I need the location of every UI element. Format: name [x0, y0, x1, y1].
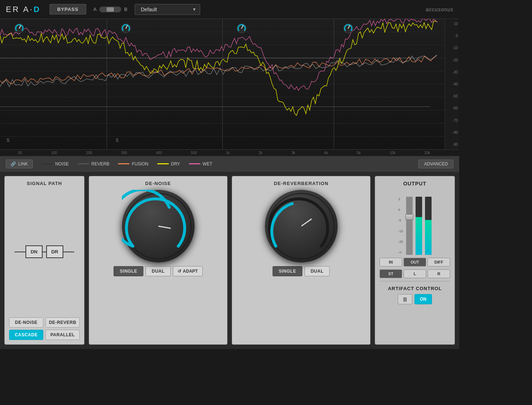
separator-1 — [107, 19, 107, 149]
out-st-btn[interactable]: ST — [380, 269, 402, 278]
cascade-btn[interactable]: CASCADE — [9, 330, 43, 340]
scale-m20: -20 — [446, 58, 458, 62]
ab-label-b: B — [124, 7, 127, 12]
artifact-buttons: ||| ON — [380, 294, 450, 304]
out-l-btn[interactable]: L — [404, 269, 426, 278]
adapt-label: ADAPT — [183, 269, 198, 274]
dry-line-icon — [157, 163, 169, 164]
legend-wet: WET — [189, 161, 213, 167]
signal-path-title: SIGNAL PATH — [27, 181, 62, 186]
denoise-knob[interactable] — [122, 190, 195, 262]
dereverberation-panel: DE-REVERBERATION SINGLE DUAL — [232, 176, 370, 345]
denoise-btn[interactable]: DE-NOISE — [9, 317, 43, 328]
knob-indicator-4 — [342, 23, 354, 34]
denoise-adapt-btn[interactable]: ↺ ADAPT — [173, 266, 202, 276]
dereverberation-dual-btn[interactable]: DUAL — [305, 266, 330, 276]
dereverberation-single-btn[interactable]: SINGLE — [273, 266, 302, 276]
scale-m40: -40 — [446, 82, 458, 86]
dereverberation-mode-buttons: SINGLE DUAL — [273, 266, 330, 276]
ab-slider-thumb — [107, 7, 114, 12]
knob-indicator-2 — [120, 23, 132, 34]
controls-area: SIGNAL PATH DN DR DE-NOISE DE-REVERB CAS… — [0, 172, 459, 349]
link-label: LINK — [18, 161, 28, 167]
scale-3: 3 — [398, 197, 403, 201]
meter-fill-r — [425, 220, 432, 255]
out-in-btn[interactable]: IN — [380, 258, 402, 266]
spectrum-scale: 10 0 -10 -20 -30 -40 -50 -60 -70 -80 -90 — [445, 19, 459, 149]
denoise-single-btn[interactable]: SINGLE — [114, 266, 143, 276]
wet-label: WET — [203, 161, 213, 167]
dr-block: DR — [46, 245, 63, 258]
denoise-dual-btn[interactable]: DUAL — [146, 266, 171, 276]
freq-1k: 1k — [226, 151, 230, 155]
output-fader[interactable] — [406, 197, 413, 255]
output-mode-buttons: IN OUT DIFF — [380, 258, 450, 266]
spectrum-section: S S 10 0 -10 -20 -30 -40 -50 -60 -70 -80… — [0, 19, 459, 156]
signal-line-left — [15, 252, 25, 252]
scale-0: 0 — [446, 34, 458, 38]
scale-m20: -20 — [398, 240, 403, 244]
freq-400: 400 — [156, 151, 162, 155]
meter-bar-r — [425, 197, 432, 255]
dry-label: DRY — [171, 161, 180, 167]
legend-bar: 🔗 LINK NOISE REVERB FUSION DRY WET ADVAN… — [0, 156, 459, 172]
dereverberation-knob[interactable] — [265, 190, 338, 262]
out-diff-btn[interactable]: DIFF — [428, 258, 450, 266]
signal-path-panel: SIGNAL PATH DN DR DE-NOISE DE-REVERB CAS… — [4, 176, 84, 345]
link-icon: 🔗 — [11, 161, 16, 167]
freq-20k: 20k — [424, 151, 430, 155]
freq-4k: 4k — [324, 151, 328, 155]
ref-line — [0, 107, 430, 107]
wet-line-icon — [189, 163, 201, 164]
signal-line-right — [63, 252, 74, 252]
accusonus-logo: accusonus — [426, 7, 453, 12]
scale-m60: -60 — [446, 106, 458, 110]
preset-dropdown[interactable]: Default Preset 1 Preset 2 — [135, 4, 200, 15]
scale-m70: -70 — [446, 119, 458, 123]
ab-section: A B — [94, 7, 127, 12]
scale-m90: -90 — [446, 143, 458, 147]
dereverb-btn[interactable]: DE-REVERB — [45, 317, 80, 328]
spectrum-main: S S — [0, 19, 445, 149]
signal-diagram: DN DR — [15, 190, 74, 314]
freq-500: 500 — [191, 151, 197, 155]
denoise-mode-buttons: SINGLE DUAL ↺ ADAPT — [114, 266, 202, 276]
advanced-button[interactable]: ADVANCED — [418, 160, 453, 168]
fader-thumb[interactable] — [405, 214, 413, 220]
output-title: OUTPUT — [380, 181, 450, 187]
knob-indicator-3 — [236, 23, 247, 34]
scale-10: 10 — [446, 22, 458, 26]
out-out-btn[interactable]: OUT — [404, 258, 426, 266]
meter-section: 3 0 -5 -10 -20 -∞ — [380, 189, 450, 255]
noise-line-icon — [41, 163, 53, 164]
scale-m10: -10 — [446, 46, 458, 50]
s-label-1: S — [7, 138, 9, 143]
ab-label-a: A — [94, 7, 97, 12]
legend-reverb: REVERB — [78, 161, 109, 167]
freq-50: 50 — [18, 151, 22, 155]
ab-slider[interactable] — [99, 7, 121, 12]
scale-minf: -∞ — [398, 250, 403, 254]
artifact-title: ARTIFACT CONTROL — [380, 286, 450, 291]
freq-axis: 50 100 200 300 400 500 1k 2k 3k 4k 5k 10… — [0, 150, 459, 156]
separator-2 — [222, 19, 223, 149]
freq-5k: 5k — [357, 151, 361, 155]
bypass-button[interactable]: BYPASS — [49, 4, 86, 15]
signal-buttons: DE-NOISE DE-REVERB CASCADE PARALLEL — [9, 317, 80, 340]
out-r-btn[interactable]: R — [428, 269, 450, 278]
output-panel: OUTPUT 3 0 -5 -10 -20 -∞ — [375, 176, 455, 345]
noise-label: NOISE — [55, 161, 69, 167]
freq-10k: 10k — [390, 151, 396, 155]
brand-label: accusonus — [426, 7, 453, 12]
legend-noise: NOISE — [41, 161, 69, 167]
legend-fusion: FUSION — [118, 161, 148, 167]
knob-indicator-1 — [13, 23, 25, 34]
header: ER A·D BYPASS A B Default Preset 1 Prese… — [0, 0, 459, 19]
link-button[interactable]: 🔗 LINK — [6, 160, 33, 168]
parallel-btn[interactable]: PARALLEL — [45, 330, 80, 340]
signal-line-mid — [43, 252, 46, 252]
artifact-off-btn[interactable]: ||| — [398, 294, 412, 304]
preset-wrapper: Default Preset 1 Preset 2 ▼ — [135, 4, 200, 15]
output-divider — [380, 281, 450, 281]
artifact-on-btn[interactable]: ON — [414, 294, 432, 304]
